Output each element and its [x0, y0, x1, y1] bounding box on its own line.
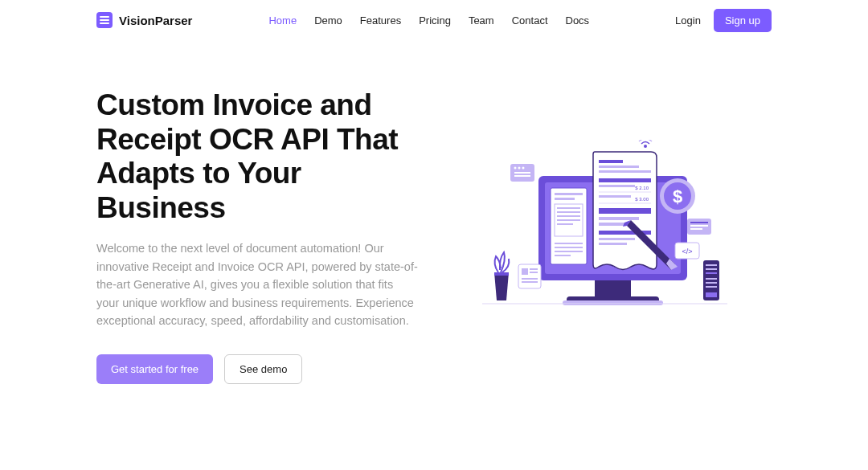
svg-rect-22 — [599, 185, 635, 187]
svg-rect-9 — [557, 207, 580, 209]
svg-rect-14 — [555, 243, 583, 244]
svg-rect-58 — [706, 268, 717, 270]
svg-rect-52 — [530, 272, 538, 273]
svg-rect-19 — [599, 166, 639, 168]
document-icon — [96, 12, 113, 28]
svg-rect-33 — [599, 243, 627, 245]
svg-rect-32 — [599, 238, 635, 240]
svg-rect-46 — [690, 228, 702, 230]
svg-rect-25 — [599, 195, 631, 198]
svg-rect-41 — [514, 172, 530, 174]
nav-docs[interactable]: Docs — [566, 14, 590, 27]
get-started-button[interactable]: Get started for free — [96, 354, 213, 384]
login-link[interactable]: Login — [675, 14, 701, 27]
svg-rect-61 — [706, 282, 717, 284]
svg-rect-45 — [690, 225, 708, 227]
svg-point-40 — [522, 166, 525, 169]
svg-rect-12 — [557, 219, 580, 221]
svg-rect-51 — [530, 268, 538, 270]
svg-text:$: $ — [673, 186, 682, 206]
svg-rect-10 — [557, 211, 580, 213]
nav-team[interactable]: Team — [469, 14, 494, 27]
nav-features[interactable]: Features — [360, 14, 401, 27]
svg-rect-62 — [706, 286, 717, 288]
svg-point-39 — [518, 166, 521, 169]
svg-text:$ 2.10: $ 2.10 — [635, 186, 649, 190]
nav-demo[interactable]: Demo — [314, 14, 342, 27]
nav: Home Demo Features Pricing Team Contact … — [268, 14, 589, 27]
nav-home[interactable]: Home — [268, 14, 297, 27]
nav-pricing[interactable]: Pricing — [419, 14, 451, 27]
svg-rect-54 — [522, 281, 538, 283]
svg-rect-57 — [706, 264, 717, 266]
svg-point-55 — [644, 145, 647, 148]
svg-rect-11 — [557, 215, 580, 217]
svg-rect-42 — [514, 175, 530, 177]
svg-rect-13 — [557, 223, 573, 225]
svg-rect-50 — [522, 268, 528, 275]
svg-rect-29 — [599, 217, 639, 220]
svg-rect-18 — [599, 160, 623, 163]
nav-contact[interactable]: Contact — [512, 14, 548, 27]
svg-rect-59 — [706, 272, 717, 274]
svg-rect-44 — [690, 222, 708, 223]
signup-button[interactable]: Sign up — [714, 9, 772, 32]
hero: Custom Invoice and Receipt OCR API That … — [0, 40, 868, 384]
invoice-illustration-icon: $ 2.10 $ 3.00 $ — [470, 140, 751, 333]
see-demo-button[interactable]: See demo — [224, 354, 302, 384]
svg-rect-20 — [599, 170, 651, 173]
svg-rect-49 — [518, 264, 541, 288]
svg-rect-28 — [599, 208, 651, 214]
svg-text:$ 3.00: $ 3.00 — [635, 197, 649, 202]
hero-title: Custom Invoice and Receipt OCR API That … — [96, 88, 418, 225]
brand-name: VisionParser — [119, 14, 192, 27]
svg-rect-15 — [555, 247, 583, 248]
auth: Login Sign up — [675, 9, 772, 32]
svg-rect-16 — [555, 251, 583, 252]
svg-point-38 — [514, 166, 517, 169]
section-data-extraction: Simple Receipt & Invoice Data Extraction — [0, 384, 868, 470]
hero-description: Welcome to the next level of document au… — [96, 239, 418, 329]
svg-rect-21 — [599, 178, 651, 182]
hero-content: Custom Invoice and Receipt OCR API That … — [96, 88, 418, 384]
svg-rect-60 — [706, 278, 717, 280]
brand[interactable]: VisionParser — [96, 12, 192, 28]
hero-illustration: $ 2.10 $ 3.00 $ — [450, 88, 772, 384]
svg-text:</>: </> — [682, 247, 692, 255]
svg-rect-53 — [522, 278, 538, 280]
svg-rect-63 — [706, 292, 717, 297]
svg-rect-7 — [555, 198, 575, 200]
svg-rect-2 — [595, 280, 631, 296]
svg-rect-6 — [555, 193, 583, 195]
svg-rect-4 — [563, 300, 663, 305]
hero-buttons: Get started for free See demo — [96, 354, 418, 384]
svg-rect-17 — [555, 255, 571, 256]
svg-rect-64 — [494, 272, 509, 276]
